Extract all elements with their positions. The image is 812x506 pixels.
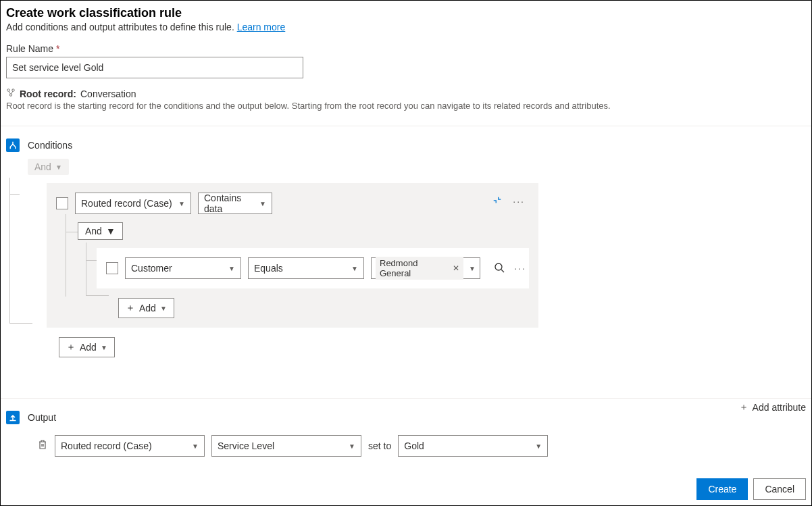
output-entity-value: Routed record (Case) [61, 440, 152, 451]
search-icon[interactable] [494, 262, 505, 275]
cancel-button[interactable]: Cancel [753, 478, 806, 500]
rule-name-label-text: Rule Name [6, 43, 53, 54]
add-outer-condition-button[interactable]: ＋ Add ▼ [59, 337, 115, 357]
required-asterisk: * [56, 43, 59, 54]
svg-point-2 [9, 94, 12, 97]
output-title: Output [28, 412, 56, 423]
delete-output-icon[interactable] [37, 439, 48, 453]
chevron-down-icon: ▼ [228, 265, 235, 272]
more-actions-icon[interactable]: ··· [513, 196, 525, 207]
rule-name-input[interactable] [6, 57, 303, 78]
add-inner-condition-button[interactable]: ＋ Add ▼ [118, 298, 174, 318]
root-record-label: Root record: [20, 88, 76, 99]
add-outer-label: Add [80, 342, 97, 353]
chevron-down-icon: ▼ [55, 163, 62, 171]
group-field-dropdown[interactable]: Routed record (Case) ▼ [75, 193, 191, 214]
output-attribute-value: Service Level [218, 440, 274, 451]
logic-operator-group-label: And [85, 226, 102, 236]
chevron-down-icon[interactable]: ▼ [469, 265, 476, 272]
output-entity-dropdown[interactable]: Routed record (Case) ▼ [55, 435, 205, 457]
relationship-icon [6, 88, 16, 99]
learn-more-link[interactable]: Learn more [237, 22, 286, 32]
condition-field-dropdown[interactable]: Customer ▼ [125, 257, 241, 279]
condition-checkbox[interactable] [106, 262, 118, 274]
conditions-icon [6, 138, 20, 152]
condition-group: Routed record (Case) ▼ Contains data ▼ ·… [47, 183, 538, 328]
add-attribute-button[interactable]: ＋ Add attribute [739, 401, 806, 413]
chevron-down-icon: ▼ [351, 265, 358, 272]
page-subtitle: Add conditions and output attributes to … [6, 22, 806, 32]
chevron-down-icon: ▼ [349, 442, 355, 450]
svg-point-0 [7, 89, 10, 92]
condition-value-lookup[interactable]: Redmond General ✕ ▼ [371, 257, 480, 279]
chevron-down-icon: ▼ [178, 200, 185, 207]
group-operator-value: Contains data [204, 193, 254, 214]
add-inner-label: Add [139, 303, 156, 313]
output-value-text: Gold [404, 440, 424, 451]
condition-field-value: Customer [131, 263, 172, 274]
condition-operator-dropdown[interactable]: Equals ▼ [248, 257, 364, 279]
lookup-tag-text: Redmond General [380, 258, 449, 278]
plus-icon: ＋ [739, 401, 748, 413]
chevron-down-icon: ▼ [101, 344, 107, 351]
output-icon [6, 411, 20, 424]
chevron-down-icon: ▼ [259, 200, 266, 207]
group-checkbox[interactable] [56, 197, 68, 209]
subtitle-text: Add conditions and output attributes to … [6, 22, 237, 32]
add-attribute-label: Add attribute [753, 402, 806, 413]
plus-icon: ＋ [126, 302, 135, 314]
create-button[interactable]: Create [696, 478, 748, 500]
svg-point-1 [12, 89, 15, 92]
svg-point-3 [495, 263, 502, 270]
condition-operator-value: Equals [254, 263, 283, 274]
conditions-title: Conditions [28, 140, 72, 151]
lookup-tag: Redmond General ✕ [376, 257, 463, 280]
chevron-down-icon: ▼ [106, 226, 116, 236]
collapse-icon[interactable] [492, 195, 502, 207]
chevron-down-icon: ▼ [160, 305, 167, 312]
rule-name-label: Rule Name * [6, 43, 806, 54]
remove-tag-icon[interactable]: ✕ [453, 263, 459, 273]
logic-operator-group[interactable]: And ▼ [78, 222, 123, 240]
output-attribute-dropdown[interactable]: Service Level ▼ [211, 435, 361, 457]
plus-icon: ＋ [66, 341, 76, 353]
logic-operator-top-label: And [34, 161, 51, 172]
more-actions-icon[interactable]: ··· [514, 263, 526, 274]
page-title: Create work classification rule [6, 6, 806, 20]
chevron-down-icon: ▼ [535, 442, 542, 450]
group-operator-dropdown[interactable]: Contains data ▼ [198, 193, 272, 214]
output-value-dropdown[interactable]: Gold ▼ [398, 435, 548, 457]
root-record-value: Conversation [80, 88, 136, 99]
condition-row: Customer ▼ Equals ▼ Redmond General ✕ ▼ [97, 248, 529, 288]
logic-operator-top[interactable]: And ▼ [28, 159, 69, 175]
chevron-down-icon: ▼ [192, 442, 199, 450]
root-record-description: Root record is the starting record for t… [6, 101, 806, 111]
group-field-value: Routed record (Case) [81, 198, 172, 209]
set-to-label: set to [368, 440, 391, 451]
